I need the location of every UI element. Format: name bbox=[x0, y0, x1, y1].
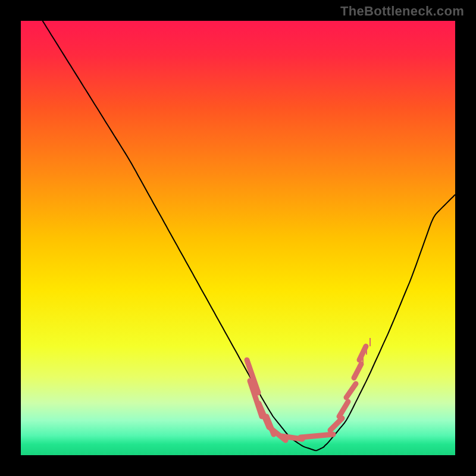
plot-background bbox=[21, 21, 455, 455]
chart-svg bbox=[0, 0, 476, 476]
watermark-text: TheBottleneck.com bbox=[340, 4, 464, 19]
chart-frame: TheBottleneck.com bbox=[0, 0, 476, 476]
svg-line-6 bbox=[300, 434, 333, 437]
